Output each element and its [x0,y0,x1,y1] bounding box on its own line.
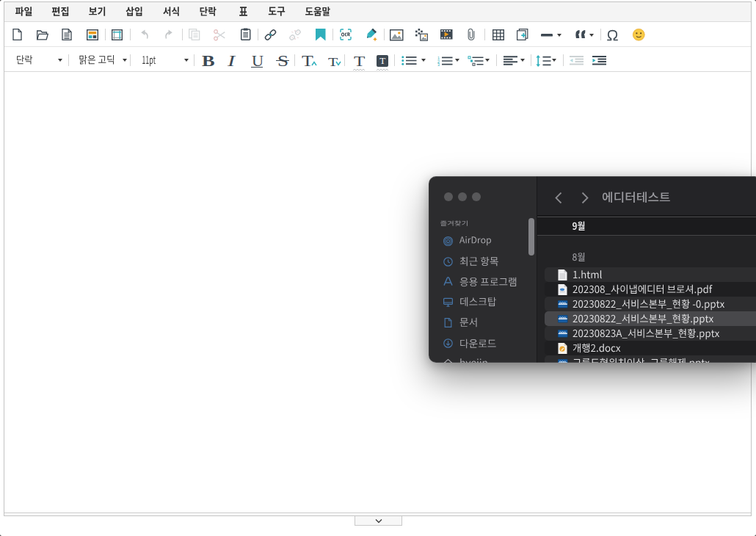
svg-text:3: 3 [437,62,440,67]
